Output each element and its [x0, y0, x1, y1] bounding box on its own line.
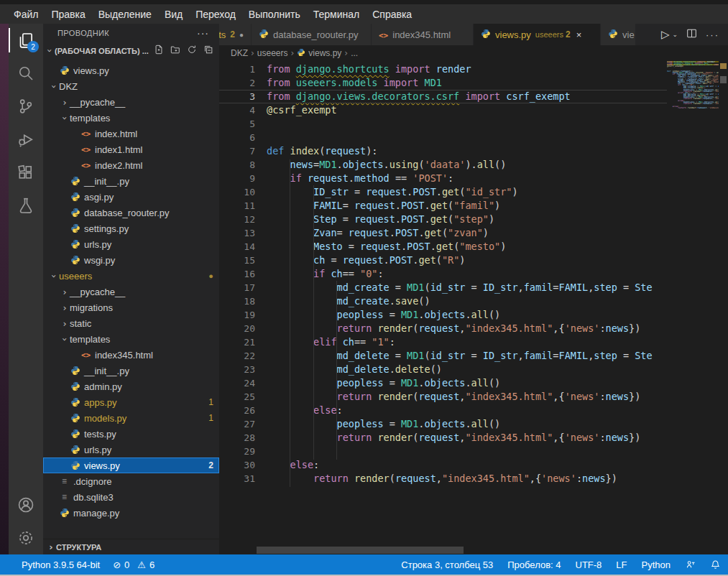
tab-vie[interactable]: vie [601, 24, 635, 45]
tree-item-urls.py[interactable]: urls.py [43, 442, 219, 457]
code-editor[interactable]: 1from django.shortcuts import render2fro… [219, 61, 667, 554]
tree-item-apps.py[interactable]: apps.py1 [43, 394, 219, 410]
tree-item-views.py[interactable]: views.py2 [43, 457, 219, 473]
activity-search-button[interactable] [9, 57, 43, 90]
activity-testing-button[interactable] [9, 189, 43, 222]
close-icon[interactable]: × [576, 29, 582, 40]
tree-item-index345.html[interactable]: <>index345.html [43, 347, 219, 363]
run-debug-icon [17, 131, 34, 148]
status-indentation[interactable]: Пробелов: 4 [507, 559, 561, 570]
code-line: 9 if request.method == 'POST': [219, 172, 667, 185]
menu-item-Переход[interactable]: Переход [189, 6, 242, 22]
activity-source-control-button[interactable] [9, 90, 43, 123]
more-actions-icon[interactable]: ··· [706, 29, 719, 40]
code-line: 19 peopless = MD1.objects.all() [219, 308, 667, 322]
tree-item-__pycache__[interactable]: ›__pycache__ [43, 284, 219, 299]
tab-database-roouter[interactable]: database_roouter.py [252, 24, 371, 45]
more-actions-icon[interactable]: ··· [197, 27, 209, 39]
menu-item-Справка[interactable]: Справка [366, 6, 418, 22]
minimap[interactable]: from django.shortcuts import renderfrom … [667, 61, 719, 554]
status-problems[interactable]: ⊘0⚠6 [113, 559, 155, 570]
status-feedback[interactable] [685, 559, 696, 570]
file-tree: views.py›DKZ›__pycache__›templates<>inde… [43, 59, 219, 539]
status-eol[interactable]: LF [616, 559, 627, 570]
refresh-icon[interactable] [187, 45, 197, 57]
breadcrumb-item[interactable]: views.py [308, 48, 341, 58]
breadcrumb-item[interactable]: useeers [257, 48, 288, 58]
activity-extensions-button[interactable] [9, 156, 43, 189]
tree-item-urls.py[interactable]: urls.py [43, 236, 219, 252]
status-python-version[interactable]: Python 3.9.5 64-bit [22, 559, 100, 570]
tree-item-tests.py[interactable]: tests.py [43, 426, 219, 442]
menu-item-Терминал[interactable]: Терминал [307, 6, 366, 22]
status-encoding[interactable]: UTF-8 [576, 559, 602, 570]
tree-item-index1.html[interactable]: <>index1.html [43, 141, 219, 157]
activity-account-button[interactable] [9, 488, 43, 521]
tree-item-__pycache__[interactable]: ›__pycache__ [43, 94, 219, 110]
html-file-icon: <> [80, 161, 91, 170]
tree-item-useeers[interactable]: ›useeers● [43, 268, 219, 284]
vertical-scrollbar[interactable] [719, 61, 728, 554]
tree-item-index2.html[interactable]: <>index2.html [43, 157, 219, 173]
status-language[interactable]: Python [642, 559, 671, 570]
tree-item-__init__.py[interactable]: __init__.py [43, 363, 219, 378]
tree-item-migrations[interactable]: ›migrations [43, 299, 219, 315]
status-notifications[interactable] [710, 559, 721, 570]
outline-section-header[interactable]: › СТРУКТУРА [43, 539, 219, 554]
code-line-text: def index(request): [255, 144, 377, 158]
tab-diiits[interactable]: diiits2● [219, 24, 251, 45]
code-line: 13 Zvan= request.POST.get("zvan") [219, 226, 667, 240]
tree-item-static[interactable]: ›static [43, 315, 219, 331]
breadcrumb-item[interactable]: ... [351, 48, 358, 58]
tree-item-label: __init__.py [84, 366, 129, 376]
new-file-icon[interactable] [154, 45, 164, 57]
tree-item-__init__.py[interactable]: __init__.py [43, 173, 219, 189]
menu-item-Выделение[interactable]: Выделение [92, 6, 158, 22]
indent-guide [290, 159, 290, 487]
tree-item-asgi.py[interactable]: asgi.py [43, 189, 219, 205]
activity-settings-button[interactable] [9, 521, 43, 554]
code-line: 4@csrf_exempt [219, 103, 667, 117]
status-cursor-position[interactable]: Строка 3, столбец 53 [401, 559, 493, 570]
line-number: 29 [219, 445, 255, 458]
line-number: 4 [219, 103, 255, 117]
menu-item-Правка[interactable]: Правка [45, 6, 91, 22]
code-line: 24 peopless = MD1.objects.all() [219, 376, 667, 390]
tree-item-DKZ[interactable]: ›DKZ [43, 78, 219, 94]
run-dropdown-icon[interactable]: ⌄ [672, 31, 678, 38]
tree-item-manage.py[interactable]: manage.py [43, 505, 219, 521]
new-folder-icon[interactable] [170, 45, 180, 57]
tree-item-models.py[interactable]: models.py1 [43, 410, 219, 426]
tree-item-settings.py[interactable]: settings.py [43, 220, 219, 236]
breadcrumb-item[interactable]: DKZ [231, 48, 248, 58]
menu-item-Выполнить[interactable]: Выполнить [242, 6, 307, 22]
activity-run-debug-button[interactable] [9, 123, 43, 156]
activity-explorer-button[interactable]: 2 [9, 24, 43, 57]
code-line-text: Step = request.POST.get("step") [255, 213, 494, 226]
tree-item-.dcignore[interactable]: ≡.dcignore [43, 473, 219, 489]
tab-views[interactable]: views.pyuseeers 2× [474, 24, 600, 45]
split-editor-icon[interactable] [686, 28, 697, 42]
chevron-right-icon: › [60, 287, 70, 297]
horizontal-scrollbar-thumb[interactable] [257, 547, 464, 554]
menu-item-Вид[interactable]: Вид [158, 6, 189, 22]
python-file-icon [481, 29, 491, 41]
horizontal-scrollbar[interactable] [219, 546, 667, 554]
run-button[interactable]: ▷ [661, 28, 670, 41]
tree-item-templates[interactable]: ›templates [43, 331, 219, 347]
python-file-icon [70, 429, 80, 439]
collapse-all-icon[interactable] [203, 45, 213, 57]
tree-item-admin.py[interactable]: admin.py [43, 378, 219, 394]
menu-item-Файл[interactable]: Файл [7, 6, 45, 22]
tree-item-database_roouter.py[interactable]: database_roouter.py [43, 205, 219, 220]
tree-item-views.py[interactable]: views.py [43, 62, 219, 78]
tree-item-index.html[interactable]: <>index.html [43, 126, 219, 141]
tab-index345[interactable]: <>index345.html [372, 24, 473, 45]
workspace-section-header[interactable]: › (РАБОЧАЯ ОБЛАСТЬ) ... [43, 42, 219, 59]
tree-item-templates[interactable]: ›templates [43, 110, 219, 126]
tree-item-db.sqlite3[interactable]: ≡db.sqlite3 [43, 489, 219, 505]
code-line: 29 [219, 445, 667, 458]
code-line: 20 return render(request,"index345.html"… [219, 322, 667, 335]
tree-item-wsgi.py[interactable]: wsgi.py [43, 252, 219, 268]
minimap-line: return render(request,"index345.html",{'… [667, 103, 719, 104]
